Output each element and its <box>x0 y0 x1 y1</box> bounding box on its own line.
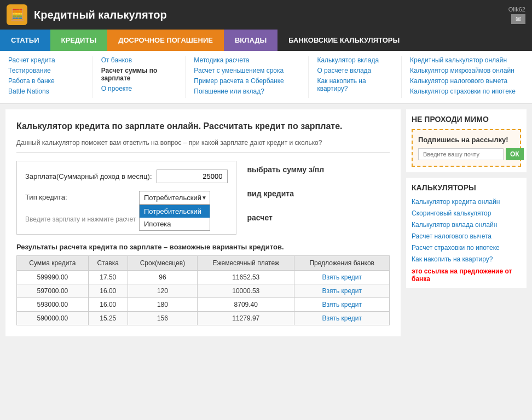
salary-row: Зарплата(Суммарный доход в месяц): <box>25 170 228 183</box>
select-arrow-icon: ▼ <box>201 195 207 201</box>
cell-payment: 11279.97 <box>198 312 294 325</box>
nav-item-deposits[interactable]: ВКЛАДЫ <box>224 30 277 51</box>
form-side-labels: выбрать сумму з/пл вид кредита расчет <box>247 161 325 222</box>
table-row: 593000.00 16.00 180 8709.40 Взять кредит <box>17 298 390 312</box>
dropdown-col-1: Расчет кредита Тестирование Работа в бан… <box>0 56 93 98</box>
link-nalog[interactable]: Калькулятор налогового вычета <box>410 77 524 85</box>
dropdown-col-4: Калькулятор вклада О расчете вклада Как … <box>309 56 402 98</box>
cell-term: 156 <box>128 312 197 325</box>
header-right: Olik62 ✉ <box>508 6 525 24</box>
link-sberbank[interactable]: Пример расчета в Сбербанке <box>194 77 300 85</box>
cell-term: 120 <box>128 284 197 298</box>
dropdown-col-5: Кредитный калькулятор онлайн Калькулятор… <box>402 56 532 98</box>
link-kredit-calc[interactable]: Кредитный калькулятор онлайн <box>410 56 524 64</box>
cell-link[interactable]: Взять кредит <box>294 298 390 312</box>
page-description: Данный калькулятор поможет вам ответить … <box>16 139 390 153</box>
main-content: Калькулятор кредита по зарплате онлайн. … <box>5 109 401 336</box>
cell-amount: 597000.00 <box>17 284 89 298</box>
cell-amount: 590000.00 <box>17 312 89 325</box>
opros-note: это ссылка на предложение от банка <box>412 267 521 283</box>
link-nalog-vychet[interactable]: Расчет налогового вычета <box>412 232 491 240</box>
list-item: Скоринговый калькулятор <box>412 209 521 217</box>
cell-term: 180 <box>128 298 197 312</box>
link-kredit-online[interactable]: Калькулятор кредита онлайн <box>412 198 500 206</box>
credit-type-row: Тип кредита: Потребительский ▼ Потребите… <box>25 191 228 205</box>
newsletter-input-row: ОК <box>418 148 514 160</box>
email-icon[interactable]: ✉ <box>511 14 525 24</box>
nav-item-articles[interactable]: СТАТЬИ <box>0 30 50 51</box>
link-ot-bankov[interactable]: От банков <box>101 56 177 64</box>
bank-offer-link[interactable]: Взять кредит <box>322 273 362 281</box>
link-rashtet-summy[interactable]: Расчет суммы по зарплате <box>101 67 177 82</box>
cell-link[interactable]: Взять кредит <box>294 271 390 284</box>
link-testirovanie[interactable]: Тестирование <box>8 67 84 74</box>
link-o-raschete[interactable]: О расчете вклада <box>317 67 393 74</box>
side-type-label: вид кредита <box>247 189 325 198</box>
newsletter-ok-button[interactable]: ОК <box>506 148 524 160</box>
link-skoring[interactable]: Скоринговый калькулятор <box>412 209 491 217</box>
salary-input[interactable] <box>157 170 228 183</box>
link-o-proekte[interactable]: О проекте <box>101 85 177 92</box>
col-amount: Сумма кредита <box>17 256 89 271</box>
credit-type-dropdown: Потребительский Ипотека <box>139 205 210 231</box>
form-area: Зарплата(Суммарный доход в месяц): Тип к… <box>16 161 390 235</box>
dropdown-menu: Расчет кредита Тестирование Работа в бан… <box>0 51 532 104</box>
table-row: 597000.00 16.00 120 10000.53 Взять креди… <box>17 284 390 298</box>
dropdown-col-2: От банков Расчет суммы по зарплате О про… <box>93 56 186 98</box>
option-ipoteka[interactable]: Ипотека <box>140 218 210 230</box>
option-potrebitelsky[interactable]: Потребительский <box>140 205 210 218</box>
cell-rate: 16.00 <box>88 284 128 298</box>
credit-type-label: Тип кредита: <box>25 191 135 201</box>
table-row: 590000.00 15.25 156 11279.97 Взять креди… <box>17 312 390 325</box>
header-username: Olik62 <box>508 6 525 13</box>
calculators-list: Калькулятор кредита онлайн Скоринговый к… <box>412 197 521 263</box>
list-item: Расчет страховки по ипотеке <box>412 243 521 252</box>
side-salary-label: выбрать сумму з/пл <box>247 165 325 174</box>
sidebar: НЕ ПРОХОДИ МИМО Подпишись на рассылку! О… <box>406 109 527 336</box>
bank-offer-link[interactable]: Взять кредит <box>322 301 362 308</box>
link-vklad-online[interactable]: Калькулятор вклада онлайн <box>412 221 497 229</box>
bank-offer-link[interactable]: Взять кредит <box>322 314 362 322</box>
col-term: Срок(месяцев) <box>128 256 197 271</box>
header-icon: 🧮 <box>7 4 27 25</box>
link-rabota[interactable]: Работа в банке <box>8 77 84 85</box>
cell-term: 96 <box>128 271 197 284</box>
link-umenshenie[interactable]: Расчет с уменьшением срока <box>194 67 300 74</box>
link-metodika[interactable]: Методика расчета <box>194 56 300 64</box>
form-hint: Введите зарплату и нажмите расчет <box>25 215 136 223</box>
results-title: Результаты расчета кредита по зарплате –… <box>16 243 390 251</box>
newsletter-box: НЕ ПРОХОДИ МИМО Подпишись на рассылку! О… <box>406 109 527 172</box>
cell-payment: 8709.40 <box>198 298 294 312</box>
newsletter-email-input[interactable] <box>418 148 504 160</box>
link-ipoteka-strakhovka[interactable]: Расчет страховки по ипотеке <box>412 244 500 252</box>
header: 🧮 Кредитный калькулятор Olik62 ✉ <box>0 0 532 30</box>
col-payment: Ежемесячный платеж <box>198 256 294 271</box>
link-rashet-kredita[interactable]: Расчет кредита <box>8 56 84 64</box>
cell-rate: 17.50 <box>88 271 128 284</box>
list-item: Калькулятор кредита онлайн <box>412 197 521 206</box>
header-title: Кредитный калькулятор <box>34 9 167 21</box>
cell-link[interactable]: Взять кредит <box>294 312 390 325</box>
cell-link[interactable]: Взять кредит <box>294 284 390 298</box>
newsletter-label: Подпишись на рассылку! <box>418 136 514 144</box>
link-pogashenie[interactable]: Погашение или вклад? <box>194 88 300 95</box>
link-battle-nations[interactable]: Battle Nations <box>8 88 84 95</box>
cell-rate: 16.00 <box>88 298 128 312</box>
cell-amount: 599990.00 <box>17 271 89 284</box>
link-microzaym[interactable]: Калькулятор микрозаймов онлайн <box>410 67 524 74</box>
link-nakopyt[interactable]: Как накопить на квартиру? <box>317 77 393 92</box>
bank-offer-link[interactable]: Взять кредит <box>322 287 362 295</box>
link-strakhovka[interactable]: Калькулятор страховки по ипотеке <box>410 88 524 95</box>
nav-item-credits[interactable]: КРЕДИТЫ <box>50 30 108 51</box>
cell-rate: 15.25 <box>88 312 128 325</box>
cell-amount: 593000.00 <box>17 298 89 312</box>
nav-item-early-payment[interactable]: ДОСРОЧНОЕ ПОГАШЕНИЕ <box>107 30 224 51</box>
calc-form: Зарплата(Суммарный доход в месяц): Тип к… <box>16 161 236 235</box>
link-kvartira[interactable]: Как накопить на квартиру? <box>412 255 493 263</box>
link-kalkulator-vklada[interactable]: Калькулятор вклада <box>317 56 393 64</box>
nav-item-bank-calculators[interactable]: БАНКОВСКИЕ КАЛЬКУЛЯТОРЫ <box>277 30 532 51</box>
results-table: Сумма кредита Ставка Срок(месяцев) Ежеме… <box>16 255 390 325</box>
salary-label: Зарплата(Суммарный доход в месяц): <box>25 172 152 180</box>
select-display[interactable]: Потребительский ▼ <box>139 191 210 205</box>
newsletter-title: НЕ ПРОХОДИ МИМО <box>412 115 521 124</box>
